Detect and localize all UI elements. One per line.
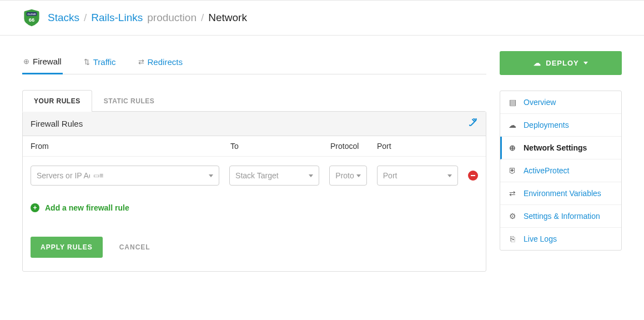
tab-traffic-label: Traffic: [93, 57, 116, 67]
sidebar-item-activeprotect[interactable]: ⛨ ActiveProtect: [500, 159, 621, 182]
sidebar-item-label: Network Settings: [524, 143, 587, 152]
chevron-down-icon: [209, 174, 213, 177]
tab-redirects-label: Redirects: [148, 57, 183, 67]
to-select[interactable]: Stack Target: [229, 166, 319, 186]
deploy-button[interactable]: ☁ DEPLOY: [500, 51, 622, 75]
breadcrumb: Stacks / Rails-Links production / Networ…: [48, 12, 247, 24]
cancel-button[interactable]: CANCEL: [119, 243, 150, 251]
chevron-down-icon: [447, 174, 452, 177]
sidebar-item-label: Settings & Information: [524, 212, 600, 221]
plus-icon: +: [31, 203, 39, 212]
primary-tabs: ⊕ Firewall ⇅ Traffic ⇄ Redirects: [22, 51, 486, 74]
sub-tabs: YOUR RULES STATIC RULES: [22, 90, 486, 112]
sidebar-item-envvars[interactable]: ⇄ Environment Variables: [500, 182, 621, 205]
deploy-label: DEPLOY: [546, 59, 578, 67]
svg-text:CLOUD: CLOUD: [27, 13, 36, 16]
address-icon: ▭≡: [93, 172, 103, 179]
columns-header: From To Protocol Port: [23, 136, 486, 157]
sidebar-item-network[interactable]: ⊕ Network Settings: [500, 137, 621, 159]
logo-shield-icon: CLOUD 66: [22, 8, 41, 27]
breadcrumb-stacks-link[interactable]: Stacks: [48, 12, 79, 24]
side-nav: ▤ Overview ☁ Deployments ⊕ Network Setti…: [500, 91, 622, 251]
proto-placeholder: Proto: [335, 171, 354, 180]
sidebar-item-settings[interactable]: ⚙ Settings & Information: [500, 205, 621, 228]
protocol-select[interactable]: Proto: [329, 166, 366, 186]
sidebar-item-label: Overview: [524, 98, 556, 107]
col-to-label: To: [230, 142, 330, 151]
sidebar-item-label: ActiveProtect: [524, 166, 569, 175]
cloud-icon: ☁: [534, 59, 541, 67]
sidebar-item-label: Live Logs: [524, 234, 557, 243]
firewall-rules-panel: Firewall Rules From To Protocol Port Ser…: [22, 111, 486, 272]
gear-icon: ⚙: [508, 212, 517, 221]
sidebar-item-logs[interactable]: ⎘ Live Logs: [500, 228, 621, 250]
deployments-icon: ☁: [508, 121, 517, 129]
tab-redirects[interactable]: ⇄ Redirects: [137, 51, 184, 74]
sidebar-item-label: Environment Variables: [524, 189, 601, 198]
breadcrumb-stack-link[interactable]: Rails-Links: [91, 12, 143, 24]
sidebar-item-label: Deployments: [524, 121, 569, 129]
plug-icon[interactable]: [469, 118, 478, 129]
sidebar-item-overview[interactable]: ▤ Overview: [500, 91, 621, 114]
redirects-icon: ⇄: [138, 58, 144, 66]
envvars-icon: ⇄: [508, 189, 517, 198]
to-placeholder: Stack Target: [235, 171, 279, 180]
add-rule-label: Add a new firewall rule: [45, 203, 129, 212]
traffic-icon: ⇅: [84, 58, 90, 66]
overview-icon: ▤: [508, 98, 517, 107]
from-select[interactable]: Servers or IP Addresses ▭≡: [31, 166, 219, 186]
chevron-down-icon: [309, 174, 313, 177]
subtab-your-rules[interactable]: YOUR RULES: [22, 90, 92, 112]
panel-title: Firewall Rules: [31, 119, 83, 128]
tab-firewall[interactable]: ⊕ Firewall: [22, 51, 63, 74]
network-icon: ⊕: [508, 143, 517, 152]
svg-text:66: 66: [29, 17, 34, 23]
from-placeholder: Servers or IP Addresses: [37, 171, 90, 180]
shield-icon: ⛨: [508, 166, 517, 175]
chevron-down-icon: [583, 62, 588, 64]
firewall-icon: ⊕: [23, 57, 29, 66]
col-protocol-label: Protocol: [330, 142, 377, 151]
rule-row: Servers or IP Addresses ▭≡ Stack Target …: [23, 157, 486, 194]
sidebar-item-deployments[interactable]: ☁ Deployments: [500, 114, 621, 137]
tab-traffic[interactable]: ⇅ Traffic: [83, 51, 117, 74]
breadcrumb-current: Network: [208, 12, 247, 24]
subtab-static-rules[interactable]: STATIC RULES: [92, 90, 167, 112]
chevron-down-icon: [356, 174, 361, 177]
logs-icon: ⎘: [508, 234, 517, 243]
tab-firewall-label: Firewall: [33, 57, 62, 66]
apply-rules-button[interactable]: APPLY RULES: [31, 237, 103, 258]
add-rule-button[interactable]: + Add a new firewall rule: [23, 194, 486, 223]
port-placeholder: Port: [383, 171, 398, 180]
col-port-label: Port: [377, 142, 460, 151]
breadcrumb-env: production: [147, 12, 197, 24]
minus-icon: [471, 175, 475, 176]
col-from-label: From: [31, 142, 230, 151]
port-select[interactable]: Port: [377, 166, 458, 186]
remove-rule-button[interactable]: [468, 171, 478, 181]
